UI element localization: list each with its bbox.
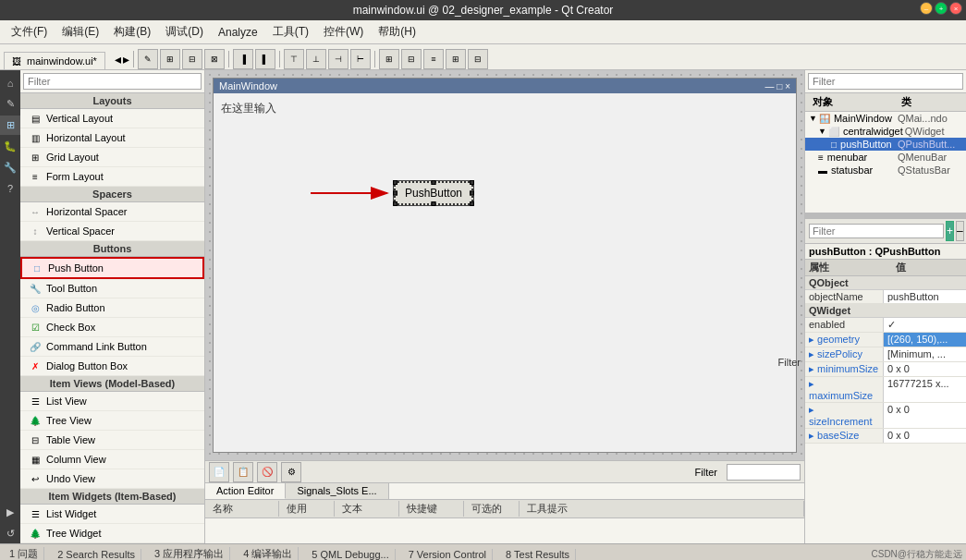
push-button-widget[interactable]: PushButton: [394, 181, 473, 205]
prop-objectname-val[interactable]: pushButton: [884, 290, 966, 303]
action-editor-tab[interactable]: Action Editor: [205, 483, 286, 499]
welcome-tab[interactable]: ⌂: [6, 74, 16, 92]
menu-controls[interactable]: 控件(W): [318, 22, 369, 42]
widget-list-view-label: List View: [46, 396, 87, 407]
widget-form-layout[interactable]: ≡ Form Layout: [20, 167, 204, 187]
widget-horizontal-layout[interactable]: ▥ Horizontal Layout: [20, 128, 204, 148]
widget-table-view[interactable]: ⊟ Table View: [20, 431, 204, 450]
widget-grid-layout[interactable]: ⊞ Grid Layout: [20, 148, 204, 167]
menu-file[interactable]: 文件(F): [6, 22, 53, 42]
widget-tree-widget[interactable]: 🌲 Tree Widget: [20, 524, 204, 543]
bottom-tool-3[interactable]: 🚫: [257, 462, 277, 482]
signals-slots-tab[interactable]: Signals_Slots E...: [286, 483, 388, 499]
projects-tab[interactable]: 🔧: [2, 158, 18, 177]
menubar-class: QMenuBar: [898, 152, 962, 163]
add-prop-btn[interactable]: +: [946, 221, 954, 241]
widget-undo-view[interactable]: ↩ Undo View: [20, 469, 204, 489]
toolbar-btn-14[interactable]: ⊞: [446, 49, 466, 69]
status-qml[interactable]: 5 QML Debugg...: [306, 549, 395, 560]
menu-analyze[interactable]: Analyze: [213, 24, 263, 41]
toolbar-btn-13[interactable]: ≡: [423, 49, 444, 69]
bottom-tool-2[interactable]: 📋: [233, 462, 253, 482]
window-controls: – + ×: [920, 2, 962, 15]
menu-edit[interactable]: 编辑(E): [56, 22, 104, 42]
toolbar-btn-10[interactable]: ⊢: [350, 49, 371, 69]
menu-build[interactable]: 构建(B): [108, 22, 156, 42]
widget-vertical-layout[interactable]: ▤ Vertical Layout: [20, 109, 204, 128]
nav-back-icon[interactable]: ◂: [115, 52, 121, 67]
widget-list-view[interactable]: ☰ List View: [20, 392, 204, 411]
debug-tab[interactable]: 🐛: [2, 137, 18, 156]
statusbar-class: QStatusBar: [898, 164, 962, 176]
toolbar-btn-1[interactable]: ✎: [138, 49, 158, 69]
handle-bl: [393, 201, 397, 206]
undo-view-icon: ↩: [28, 471, 43, 486]
widget-h-spacer[interactable]: ↔ Horizontal Spacer: [20, 202, 204, 222]
file-tab[interactable]: 🖼 mainwindow.ui*: [4, 52, 105, 69]
widget-radio-button[interactable]: ◎ Radio Button: [20, 298, 204, 318]
run-tab[interactable]: ↺: [5, 524, 17, 543]
remove-prop-btn[interactable]: –: [956, 221, 964, 241]
minimize-button[interactable]: –: [920, 2, 933, 15]
menu-debug[interactable]: 调试(D): [160, 22, 209, 42]
menu-tools[interactable]: 工具(T): [267, 22, 314, 42]
tree-item-statusbar[interactable]: ▬ statusbar QStatusBar: [805, 164, 966, 177]
bottom-tool-1[interactable]: 📄: [209, 462, 229, 482]
prop-maxsize-val[interactable]: 16777215 x...: [884, 377, 966, 402]
toolbar-btn-2[interactable]: ⊞: [160, 49, 180, 69]
prop-sizepolicy-val[interactable]: [Minimum, ...: [884, 347, 966, 361]
toolbar-btn-6[interactable]: ▌: [255, 49, 275, 69]
widget-tree-view[interactable]: 🌲 Tree View: [20, 411, 204, 431]
maximize-button[interactable]: +: [935, 2, 948, 15]
status-problems[interactable]: 1 问题: [4, 547, 44, 560]
toolbar-btn-4[interactable]: ⊠: [204, 49, 225, 69]
toolbar-btn-9[interactable]: ⊣: [328, 49, 348, 69]
widget-dialog-btn-box[interactable]: ✗ Dialog Button Box: [20, 357, 204, 376]
status-version[interactable]: 7 Version Control: [403, 549, 493, 560]
widget-v-spacer[interactable]: ↕ Vertical Spacer: [20, 222, 204, 241]
tree-item-menubar[interactable]: ≡ menubar QMenuBar: [805, 151, 966, 164]
status-compile[interactable]: 4 编译输出: [238, 547, 299, 560]
toolbar-btn-11[interactable]: ⊞: [379, 49, 399, 69]
widget-tool-button[interactable]: 🔧 Tool Button: [20, 279, 204, 298]
prop-minsize-val[interactable]: 0 x 0: [884, 362, 966, 376]
toolbar-btn-15[interactable]: ⊟: [468, 49, 488, 69]
status-search[interactable]: 2 Search Results: [52, 549, 141, 560]
props-filter-input[interactable]: [809, 224, 944, 238]
tree-item-mainwindow[interactable]: ▼ 🪟 MainWindow QMai...ndo: [805, 112, 966, 125]
design-tab[interactable]: ⊞: [0, 116, 20, 135]
toolbar-btn-12[interactable]: ⊟: [401, 49, 422, 69]
nav-fwd-icon[interactable]: ▸: [123, 52, 129, 67]
toolbar-btn-5[interactable]: ▐: [233, 49, 253, 69]
prop-basesize-val[interactable]: 0 x 0: [884, 429, 966, 443]
status-app-output[interactable]: 3 应用程序输出: [149, 547, 230, 560]
status-test[interactable]: 8 Test Results: [500, 549, 576, 560]
bottom-tool-4[interactable]: ⚙: [281, 462, 301, 482]
widget-list-widget[interactable]: ☰ List Widget: [20, 505, 204, 524]
toolbar-btn-3[interactable]: ⊟: [182, 49, 202, 69]
menu-help[interactable]: 帮助(H): [373, 22, 422, 42]
help-tab[interactable]: ?: [6, 179, 15, 198]
widget-filter-input[interactable]: [23, 73, 202, 90]
edit-tab[interactable]: ✎: [5, 94, 17, 114]
form-body[interactable]: 在这里输入 PushButton: [214, 93, 796, 446]
prop-sizeincrement-val[interactable]: 0 x 0: [884, 403, 966, 428]
prop-basesize-key: ▸ baseSize: [805, 429, 884, 443]
toolbar-btn-7[interactable]: ⊤: [284, 49, 304, 69]
toolbar-btn-8[interactable]: ⊥: [306, 49, 326, 69]
tree-item-pushbutton[interactable]: □ pushButton QPushButt...: [805, 138, 966, 151]
widget-command-link[interactable]: 🔗 Command Link Button: [20, 337, 204, 357]
close-button[interactable]: ×: [949, 2, 962, 15]
bottom-filter-input[interactable]: [727, 464, 801, 481]
widget-push-button[interactable]: □ Push Button: [20, 257, 204, 279]
debug-bottom-tab[interactable]: ▶: [5, 503, 16, 522]
prop-enabled-val[interactable]: ✓: [884, 318, 966, 332]
object-filter-input[interactable]: [808, 73, 963, 90]
widget-column-view[interactable]: ▦ Column View: [20, 450, 204, 469]
form-layout-icon: ≡: [28, 169, 43, 184]
file-tab-bar: 🖼 mainwindow.ui* ◂ ▸ ✎ ⊞ ⊟ ⊠ ▐ ▌ ⊤ ⊥ ⊣ ⊢…: [0, 44, 966, 70]
prop-geometry-val[interactable]: [(260, 150),...: [884, 333, 966, 347]
widget-check-box[interactable]: ☑ Check Box: [20, 318, 204, 337]
tree-item-centralwidget[interactable]: ▼ ⬜ centralwidget QWidget: [805, 125, 966, 138]
canvas-content[interactable]: MainWindow — □ × 在这里输入 PushButton: [205, 70, 804, 460]
